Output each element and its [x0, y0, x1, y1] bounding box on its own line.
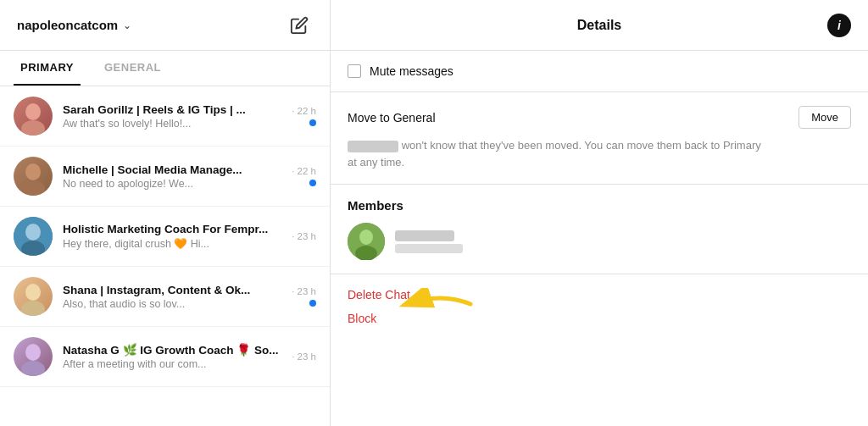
- avatar: [14, 337, 53, 376]
- list-item[interactable]: Shana | Instagram, Content & Ok... Also,…: [0, 267, 330, 327]
- member-info: [395, 230, 463, 254]
- conversation-name: Natasha G 🌿 IG Growth Coach 🌹 So...: [63, 343, 281, 357]
- members-section: Members: [331, 185, 868, 274]
- avatar-image: [14, 217, 53, 256]
- svg-point-12: [359, 230, 373, 245]
- conversation-time: · 23 h: [292, 231, 316, 241]
- mute-label: Mute messages: [370, 64, 453, 78]
- compose-button[interactable]: [286, 12, 313, 39]
- svg-point-9: [25, 344, 41, 361]
- avatar: [14, 277, 53, 316]
- tab-general[interactable]: GENERAL: [97, 51, 168, 86]
- conversation-preview: Hey there, digital crush 🧡 Hi...: [63, 237, 281, 250]
- list-item[interactable]: Holistic Marketing Coach For Fempr... He…: [0, 207, 330, 267]
- tabs-bar: PRIMARY GENERAL: [0, 51, 330, 86]
- conversation-name: Holistic Marketing Coach For Fempr...: [63, 223, 281, 235]
- svg-point-5: [25, 224, 41, 241]
- members-title: Members: [348, 198, 851, 213]
- svg-point-1: [21, 120, 45, 136]
- blurred-member-handle: [395, 244, 463, 253]
- conversation-meta: · 22 h: [292, 106, 316, 126]
- conversation-name: Michelle | Social Media Manage...: [63, 163, 281, 176]
- conversation-body: Shana | Instagram, Content & Ok... Also,…: [63, 284, 281, 310]
- conversation-time: · 23 h: [292, 286, 316, 296]
- unread-indicator: [309, 180, 316, 186]
- conversation-body: Michelle | Social Media Manage... No nee…: [63, 163, 281, 190]
- conversation-name: Sarah Gorillz | Reels & IG Tips | ...: [63, 103, 281, 116]
- conversation-preview: Also, that audio is so lov...: [63, 298, 281, 310]
- mute-row: Mute messages: [348, 64, 851, 78]
- member-name: [395, 230, 463, 242]
- member-item: [348, 223, 851, 260]
- unread-indicator: [309, 300, 316, 307]
- avatar: [14, 157, 53, 196]
- blurred-username: [348, 141, 398, 152]
- member-avatar-image: [348, 223, 385, 260]
- avatar: [14, 217, 53, 256]
- move-description: won't know that they've been moved. You …: [348, 137, 851, 170]
- avatar-image: [14, 97, 53, 136]
- move-to-general-section: Move to General Move won't know that the…: [331, 92, 868, 185]
- unread-indicator: [309, 119, 316, 126]
- svg-point-0: [25, 103, 41, 120]
- info-button[interactable]: i: [827, 14, 851, 37]
- svg-point-8: [21, 301, 45, 316]
- list-item[interactable]: Michelle | Social Media Manage... No nee…: [0, 147, 330, 207]
- compose-icon: [290, 16, 309, 35]
- conversation-name: Shana | Instagram, Content & Ok...: [63, 284, 281, 296]
- details-title: Details: [371, 18, 827, 33]
- action-section-wrapper: Delete Chat Block: [331, 274, 868, 339]
- mute-section: Mute messages: [331, 51, 868, 92]
- move-description-text: won't know that they've been moved. You …: [402, 139, 761, 152]
- account-selector[interactable]: napoleoncatcom ⌄: [17, 18, 131, 32]
- conversation-time: · 22 h: [292, 166, 316, 176]
- left-panel: napoleoncatcom ⌄ PRIMARY GENERAL Sarah: [0, 0, 331, 426]
- account-name: napoleoncatcom: [17, 18, 118, 32]
- conversation-time: · 23 h: [292, 351, 316, 362]
- svg-point-3: [21, 180, 45, 196]
- conversation-meta: · 23 h: [292, 351, 316, 362]
- member-avatar: [348, 223, 385, 260]
- conversation-time: · 22 h: [292, 106, 316, 116]
- header: napoleoncatcom ⌄: [0, 0, 330, 51]
- blurred-member-name: [395, 230, 454, 241]
- conversation-body: Sarah Gorillz | Reels & IG Tips | ... Aw…: [63, 103, 281, 130]
- chevron-down-icon: ⌄: [123, 19, 131, 31]
- svg-point-10: [21, 361, 45, 376]
- action-section: Delete Chat Block: [331, 274, 868, 339]
- move-row: Move to General Move: [348, 106, 851, 129]
- conversation-preview: Aw that's so lovely! Hello!...: [63, 118, 281, 130]
- avatar-image: [14, 157, 53, 196]
- conversation-preview: After a meeting with our com...: [63, 358, 281, 370]
- info-icon: i: [837, 19, 841, 32]
- details-content: Mute messages Move to General Move won't…: [331, 51, 868, 426]
- list-item[interactable]: Sarah Gorillz | Reels & IG Tips | ... Aw…: [0, 86, 330, 147]
- conversation-preview: No need to apologize! We...: [63, 178, 281, 190]
- conversation-body: Natasha G 🌿 IG Growth Coach 🌹 So... Afte…: [63, 343, 281, 370]
- svg-point-7: [25, 284, 41, 301]
- conversation-meta: · 22 h: [292, 166, 316, 186]
- move-description-text-2: at any time.: [348, 156, 404, 169]
- block-button[interactable]: Block: [348, 312, 376, 325]
- mute-checkbox[interactable]: [348, 64, 361, 78]
- avatar-image: [14, 277, 53, 316]
- delete-chat-button[interactable]: Delete Chat: [348, 288, 410, 302]
- move-to-general-label: Move to General: [348, 111, 436, 124]
- member-handle: [395, 242, 463, 254]
- right-panel: Details i Mute messages Move to General …: [331, 0, 868, 426]
- move-button[interactable]: Move: [798, 106, 851, 129]
- conversation-body: Holistic Marketing Coach For Fempr... He…: [63, 223, 281, 250]
- conversation-meta: · 23 h: [292, 286, 316, 307]
- conversation-list: Sarah Gorillz | Reels & IG Tips | ... Aw…: [0, 86, 330, 426]
- avatar: [14, 97, 53, 136]
- details-header: Details i: [331, 0, 868, 51]
- avatar-image: [14, 337, 53, 376]
- tab-primary[interactable]: PRIMARY: [14, 51, 81, 86]
- conversation-meta: · 23 h: [292, 231, 316, 241]
- list-item[interactable]: Natasha G 🌿 IG Growth Coach 🌹 So... Afte…: [0, 327, 330, 387]
- svg-point-2: [25, 163, 41, 180]
